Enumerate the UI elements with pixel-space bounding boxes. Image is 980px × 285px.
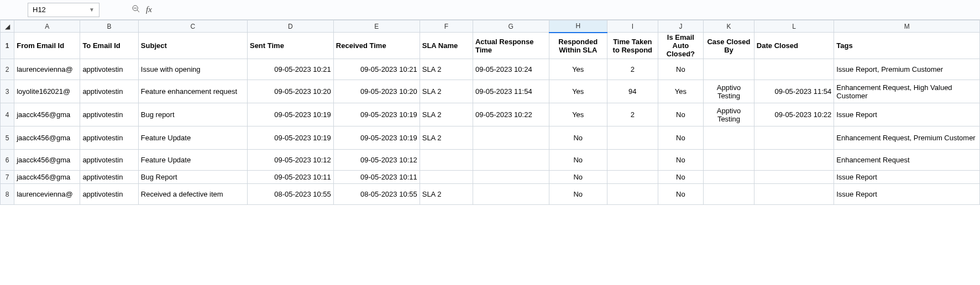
cell[interactable]: Yes xyxy=(549,80,607,103)
cell[interactable]: Issue Report xyxy=(834,171,980,184)
cell[interactable]: 09-05-2023 10:21 xyxy=(333,59,420,80)
cell[interactable]: SLA 2 xyxy=(420,126,473,150)
formula-input[interactable] xyxy=(156,3,974,17)
cell[interactable] xyxy=(704,184,754,205)
cell[interactable]: apptivotestin xyxy=(80,103,138,126)
cell[interactable]: Yes xyxy=(549,103,607,126)
cell[interactable]: Issue with opening xyxy=(138,59,247,80)
cell[interactable]: apptivotestin xyxy=(80,184,138,205)
cell[interactable]: 09-05-2023 10:20 xyxy=(333,80,420,103)
cell[interactable]: Responded Within SLA xyxy=(549,33,607,59)
cell[interactable] xyxy=(704,59,754,80)
cell[interactable]: 09-05-2023 10:24 xyxy=(473,59,549,80)
cell[interactable]: 08-05-2023 10:55 xyxy=(333,184,420,205)
row-header[interactable]: 8 xyxy=(1,184,14,205)
col-header-C[interactable]: C xyxy=(138,20,247,33)
name-box[interactable]: H12 ▼ xyxy=(28,3,99,17)
cell[interactable]: 09-05-2023 10:11 xyxy=(247,171,333,184)
cell[interactable]: Issue Report xyxy=(834,184,980,205)
col-header-J[interactable]: J xyxy=(658,20,704,33)
cell[interactable]: apptivotestin xyxy=(80,150,138,171)
cell[interactable]: Bug report xyxy=(138,103,247,126)
cell[interactable]: No xyxy=(658,126,704,150)
cell[interactable]: Issue Report xyxy=(834,103,980,126)
cell[interactable]: Actual Response Time xyxy=(473,33,549,59)
row-header[interactable]: 7 xyxy=(1,171,14,184)
cell[interactable]: SLA 2 xyxy=(420,184,473,205)
cell[interactable]: Tags xyxy=(834,33,980,59)
col-header-F[interactable]: F xyxy=(420,20,473,33)
cell[interactable] xyxy=(704,150,754,171)
cell[interactable]: laurencevienna@ xyxy=(14,59,80,80)
cell[interactable] xyxy=(473,150,549,171)
row-header[interactable]: 5 xyxy=(1,126,14,150)
cell[interactable]: jaacck456@gma xyxy=(14,103,80,126)
col-header-B[interactable]: B xyxy=(80,20,138,33)
cell[interactable]: Is Email Auto Closed? xyxy=(658,33,704,59)
cell[interactable]: 08-05-2023 10:55 xyxy=(247,184,333,205)
cell[interactable]: Issue Report, Premium Customer xyxy=(834,59,980,80)
cell[interactable]: To Email Id xyxy=(80,33,138,59)
cell[interactable]: apptivotestin xyxy=(80,80,138,103)
cell[interactable]: Subject xyxy=(138,33,247,59)
cell[interactable]: SLA 2 xyxy=(420,80,473,103)
cell[interactable]: Bug Report xyxy=(138,171,247,184)
cell[interactable]: No xyxy=(658,59,704,80)
cell[interactable]: 09-05-2023 10:19 xyxy=(333,103,420,126)
cell[interactable]: From Email Id xyxy=(14,33,80,59)
cell[interactable]: No xyxy=(549,126,607,150)
cell[interactable] xyxy=(704,171,754,184)
col-header-A[interactable]: A xyxy=(14,20,80,33)
col-header-I[interactable]: I xyxy=(607,20,658,33)
cell[interactable]: apptivotestin xyxy=(80,171,138,184)
col-header-D[interactable]: D xyxy=(247,20,333,33)
cell[interactable]: laurencevienna@ xyxy=(14,184,80,205)
cell[interactable]: 09-05-2023 10:22 xyxy=(754,103,834,126)
cell[interactable]: Received a defective item xyxy=(138,184,247,205)
cell[interactable]: No xyxy=(658,150,704,171)
cell[interactable]: 09-05-2023 10:19 xyxy=(247,126,333,150)
cell[interactable]: 09-05-2023 10:21 xyxy=(247,59,333,80)
cell[interactable] xyxy=(754,184,834,205)
cell[interactable]: Received Time xyxy=(333,33,420,59)
cell[interactable] xyxy=(704,126,754,150)
cell[interactable] xyxy=(420,171,473,184)
cell[interactable]: 94 xyxy=(607,80,658,103)
cell[interactable]: Time Taken to Respond xyxy=(607,33,658,59)
cell[interactable] xyxy=(754,59,834,80)
cell[interactable]: 09-05-2023 11:54 xyxy=(473,80,549,103)
cell[interactable]: No xyxy=(549,171,607,184)
cell[interactable]: 09-05-2023 10:12 xyxy=(333,150,420,171)
cell[interactable]: Feature enhancement request xyxy=(138,80,247,103)
row-header[interactable]: 4 xyxy=(1,103,14,126)
cell[interactable] xyxy=(607,171,658,184)
cell[interactable] xyxy=(754,171,834,184)
cell[interactable]: No xyxy=(658,184,704,205)
cell[interactable]: 09-05-2023 10:19 xyxy=(333,126,420,150)
col-header-L[interactable]: L xyxy=(754,20,834,33)
cell[interactable]: 09-05-2023 10:19 xyxy=(247,103,333,126)
row-header[interactable]: 1 xyxy=(1,33,14,59)
col-header-G[interactable]: G xyxy=(473,20,549,33)
cell[interactable]: No xyxy=(658,103,704,126)
cell[interactable]: Case Closed By xyxy=(704,33,754,59)
cell[interactable] xyxy=(420,150,473,171)
select-all-corner[interactable]: ◢ xyxy=(1,20,14,33)
cell[interactable]: 09-05-2023 10:22 xyxy=(473,103,549,126)
cell[interactable] xyxy=(754,126,834,150)
cell[interactable]: SLA Name xyxy=(420,33,473,59)
cell[interactable] xyxy=(473,171,549,184)
cell[interactable]: 09-05-2023 10:20 xyxy=(247,80,333,103)
col-header-M[interactable]: M xyxy=(834,20,980,33)
cell[interactable] xyxy=(473,126,549,150)
cell[interactable]: Enhancement Request xyxy=(834,150,980,171)
cell[interactable]: Yes xyxy=(658,80,704,103)
cell[interactable] xyxy=(607,150,658,171)
chevron-down-icon[interactable]: ▼ xyxy=(89,7,95,13)
zoom-out-icon[interactable] xyxy=(132,4,140,15)
row-header[interactable]: 2 xyxy=(1,59,14,80)
cell[interactable]: Apptivo Testing xyxy=(704,80,754,103)
cell[interactable]: SLA 2 xyxy=(420,103,473,126)
cell[interactable]: jaacck456@gma xyxy=(14,171,80,184)
cell[interactable] xyxy=(607,184,658,205)
